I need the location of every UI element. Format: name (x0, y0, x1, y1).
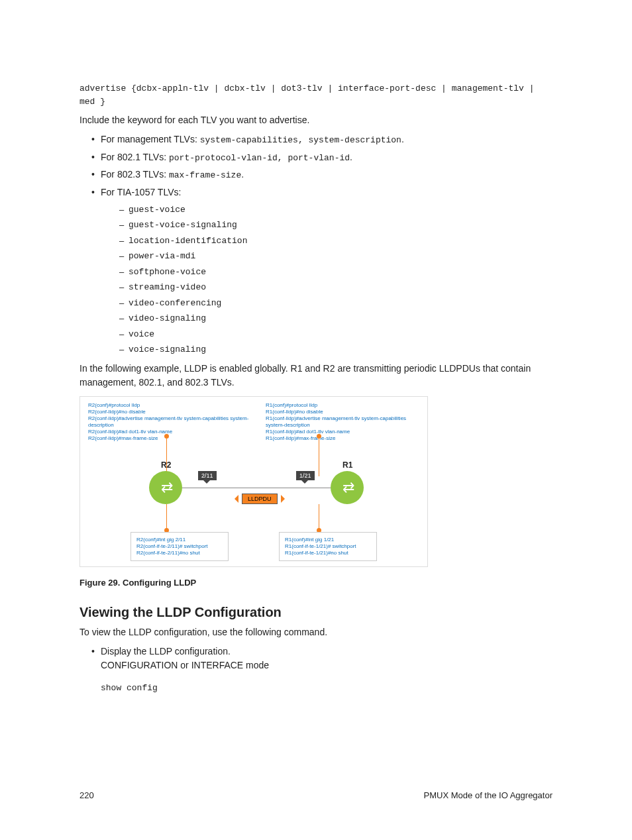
footer-title: PMUX Mode of the IO Aggregator (424, 790, 553, 800)
tlv-group-values: max-frame-size (169, 170, 241, 180)
view-intro: To view the LLDP configuration, use the … (79, 625, 553, 639)
cfg-line: R2(conf)#int gig 2/11 (136, 537, 223, 543)
tia-item: guest-voice (119, 203, 553, 217)
tlv-group-trail: . (350, 152, 352, 162)
tia-item: streaming-video (119, 281, 553, 294)
cfg-line: R1(conf)#protocol lldp (266, 402, 425, 409)
tlv-group-trail: . (401, 134, 404, 144)
tia-item: softphone-voice (119, 266, 553, 279)
connector-line (319, 437, 319, 476)
intro-paragraph: Include the keyword for each TLV you wan… (79, 113, 553, 127)
connector-line (319, 504, 319, 531)
tlv-group-item: For management TLVs: system-capabilities… (91, 132, 553, 147)
view-bullet-line1: Display the LLDP configuration. (101, 645, 553, 658)
cfg-line: R1(conf-lldp)#ad dot1-tlv vlan-name (266, 429, 425, 435)
r2-bottom-config: R2(conf)#int gig 2/11 R2(conf-if-te-2/11… (131, 532, 229, 561)
router-icon: ⇄ (149, 471, 182, 504)
connector-dot (164, 434, 169, 439)
cfg-line: R1(conf-lldp)#no disable (266, 409, 425, 415)
connector-line (166, 437, 167, 476)
lldp-diagram: R2(conf)#protocol lldp R2(conf-lldp)#no … (79, 396, 428, 567)
cfg-line: R2(conf-lldp)#advertise management-tlv s… (88, 415, 254, 429)
tlv-group-label: For 802.1 TLVs: (101, 152, 166, 162)
tia-item: power-via-mdi (119, 250, 553, 263)
view-command-item: Display the LLDP configuration. CONFIGUR… (91, 645, 553, 695)
port-label-r1: 1/21 (296, 471, 315, 480)
tlv-group-item: For 802.3 TLVs: max-frame-size. (91, 168, 553, 182)
figure-caption: Figure 29. Configuring LLDP (79, 576, 553, 590)
cfg-line: R2(conf-if-te-2/11)# switchport (136, 543, 223, 550)
cfg-line: R1(conf-lldp)#max-frame-size (266, 435, 425, 442)
tia-item: video-conferencing (119, 297, 553, 310)
cfg-line: R1(conf-if-te-1/21)#no shut (285, 550, 371, 556)
router-icon: ⇄ (331, 471, 364, 504)
page-number: 220 (79, 790, 94, 800)
r2-top-config: R2(conf)#protocol lldp R2(conf-lldp)#no … (88, 402, 254, 442)
tlv-group-label: For TIA-1057 TLVs: (101, 187, 181, 197)
cfg-line: R2(conf)#protocol lldp (88, 402, 254, 409)
link-line (182, 488, 331, 488)
tia-item: guest-voice-signaling (119, 219, 553, 232)
connector-dot (317, 434, 321, 439)
tlv-group-item: For 802.1 TLVs: port-protocol-vlan-id, p… (91, 150, 553, 165)
cfg-line: R1(conf)#int gig 1/21 (285, 537, 371, 543)
tlv-group-list: For management TLVs: system-capabilities… (79, 132, 553, 356)
tlv-group-values: system-capabilities, system-description (200, 135, 401, 145)
tlv-group-label: For management TLVs: (101, 134, 197, 144)
r1-top-config: R1(conf)#protocol lldp R1(conf-lldp)#no … (266, 402, 425, 442)
view-command-list: Display the LLDP configuration. CONFIGUR… (79, 645, 553, 695)
tia-item-list: guest-voice guest-voice-signaling locati… (101, 203, 553, 356)
cfg-line: R2(conf-lldp)#no disable (88, 409, 254, 415)
cfg-line: R2(conf-if-te-2/11)#no shut (136, 550, 223, 556)
tlv-group-label: For 802.3 TLVs: (101, 169, 166, 180)
cfg-line: R1(conf-lldp)#advertise management-tlv s… (266, 415, 425, 429)
show-command: show config (101, 682, 553, 695)
tia-item: voice-signaling (119, 343, 553, 356)
view-bullet-line2: CONFIGURATION or INTERFACE mode (101, 658, 553, 672)
router-label-r1: R1 (342, 460, 352, 470)
tia-item: location-identification (119, 235, 553, 248)
document-page: advertise {dcbx-appln-tlv | dcbx-tlv | d… (0, 0, 632, 840)
r1-bottom-config: R1(conf)#int gig 1/21 R1(conf-if-te-1/21… (279, 532, 377, 561)
connector-line (166, 504, 167, 531)
lldpdu-packet: LLDPDU (242, 494, 278, 504)
cfg-line: R2(conf-lldp)#max-frame-size (88, 435, 254, 442)
code-command-block: advertise {dcbx-appln-tlv | dcbx-tlv | d… (79, 82, 553, 108)
example-paragraph: In the following example, LLDP is enable… (79, 362, 553, 390)
tlv-group-item: For TIA-1057 TLVs: guest-voice guest-voi… (91, 185, 553, 356)
tia-item: video-signaling (119, 312, 553, 325)
router-label-r2: R2 (161, 460, 171, 470)
section-heading: Viewing the LLDP Configuration (79, 605, 553, 620)
cfg-line: R1(conf-if-te-1/21)# switchport (285, 543, 371, 550)
tlv-group-trail: . (241, 169, 244, 180)
port-label-r2: 2/11 (198, 471, 217, 480)
tia-item: voice (119, 328, 553, 341)
page-footer: 220 PMUX Mode of the IO Aggregator (79, 790, 553, 800)
cfg-line: R2(conf-lldp)#ad dot1-tlv vlan-name (88, 429, 254, 435)
tlv-group-values: port-protocol-vlan-id, port-vlan-id (169, 153, 350, 163)
